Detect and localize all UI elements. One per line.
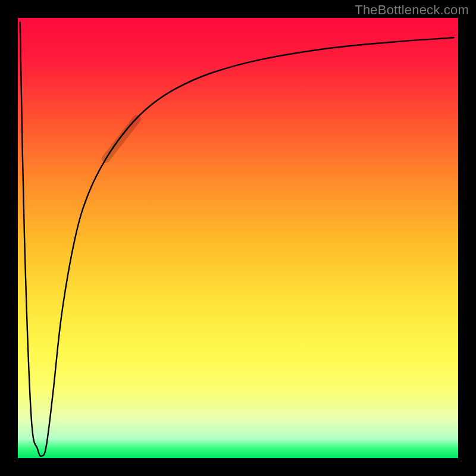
plot-area [18, 18, 458, 458]
chart-frame: TheBottleneck.com [0, 0, 476, 476]
watermark-text: TheBottleneck.com [355, 2, 469, 18]
curve-svg [18, 18, 458, 458]
bottleneck-curve-path [20, 22, 454, 456]
highlight-segment-path [106, 119, 137, 159]
